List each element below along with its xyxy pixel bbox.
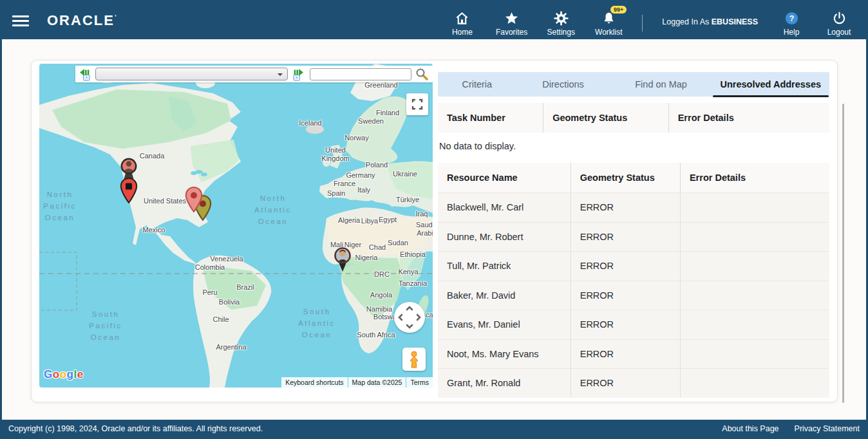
error-details-cell — [681, 223, 829, 252]
nav-favorites[interactable]: Favorites — [496, 5, 527, 37]
column-header: Geometry Status — [543, 103, 669, 133]
tab-criteria[interactable]: Criteria — [438, 72, 516, 97]
nav-label: Help — [784, 28, 800, 37]
empty-message: No data to display. — [438, 133, 829, 159]
nav-worklist[interactable]: Worklist99+ — [594, 5, 623, 37]
map-card: GreenlandCanadaUnited StatesMexicoVenezu… — [31, 60, 838, 402]
content-area: GreenlandCanadaUnited StatesMexicoVenezu… — [2, 39, 866, 420]
resource-name-cell: Blackwell, Mr. Carl — [438, 193, 571, 222]
map-attribution: Keyboard shortcutsMap data ©2025Terms — [281, 377, 433, 388]
top-bar: ORACLE’ HomeFavoritesSettingsWorklist99+… — [2, 2, 866, 39]
nav-label: Settings — [547, 28, 575, 37]
error-details-cell — [681, 340, 829, 369]
geometry-status-cell: ERROR — [571, 193, 681, 222]
resource-name-cell: Noot, Ms. Mary Evans — [438, 340, 571, 369]
svg-text:*: * — [296, 75, 297, 81]
nav-separator — [642, 15, 643, 32]
nav-label: Home — [452, 28, 473, 37]
vertical-scrollbar[interactable] — [842, 104, 844, 403]
column-header: Geometry Status — [571, 163, 681, 192]
resource-name-cell: Baker, Mr. David — [438, 281, 571, 310]
table-row: Blackwell, Mr. CarlERROR — [438, 192, 829, 222]
topbar-nav: HomeFavoritesSettingsWorklist99+ Logged … — [448, 5, 856, 37]
footer-bar: Copyright (c) 1998, 2024, Oracle and/or … — [2, 420, 866, 437]
route-select[interactable] — [95, 68, 288, 80]
resource-name-cell: Dunne, Mr. Robert — [438, 223, 571, 252]
gear-icon — [554, 10, 569, 26]
nav-home[interactable]: Home — [448, 5, 476, 37]
attribution-link[interactable]: Terms — [406, 377, 433, 388]
home-icon — [455, 10, 469, 26]
geometry-status-cell: ERROR — [571, 252, 681, 281]
error-details-cell — [681, 193, 829, 222]
logged-in-as: Logged In As EBUSINESS — [662, 17, 758, 26]
geometry-status-cell: ERROR — [571, 340, 681, 369]
table-row: Noot, Ms. Mary EvansERROR — [438, 339, 829, 369]
right-panel: CriteriaDirectionsFind on MapUnresolved … — [438, 64, 829, 398]
resource-name-cell: Tull, Mr. Patrick — [438, 252, 571, 281]
fullscreen-button[interactable] — [406, 93, 428, 115]
nav-label: Logout — [827, 28, 851, 37]
table-row: Baker, Mr. DavidERROR — [438, 281, 829, 310]
oracle-logo: ORACLE’ — [47, 12, 118, 29]
column-header: Task Number — [438, 103, 543, 133]
error-details-cell — [681, 252, 829, 281]
search-icon[interactable] — [415, 68, 428, 80]
route-previous-icon[interactable]: * — [79, 67, 91, 81]
google-logo[interactable]: Google — [44, 368, 84, 381]
pin-light-red-marker[interactable] — [185, 187, 203, 215]
svg-text:?: ? — [789, 14, 794, 23]
tab-find-on-map[interactable]: Find on Map — [610, 72, 712, 97]
tab-directions[interactable]: Directions — [516, 72, 610, 97]
map-canvas[interactable]: GreenlandCanadaUnited StatesMexicoVenezu… — [39, 64, 433, 388]
error-details-cell — [681, 281, 829, 310]
footer-links: About this PagePrivacy Statement — [722, 424, 860, 433]
map-search-input[interactable] — [310, 68, 411, 80]
footer-link[interactable]: Privacy Statement — [795, 424, 860, 433]
nav-logout[interactable]: Logout — [825, 5, 853, 37]
map-toolbar: * * — [75, 66, 433, 82]
tasks-table-header: Task NumberGeometry StatusError Details — [438, 103, 829, 133]
resource-avatar-dark-marker[interactable] — [334, 247, 352, 275]
error-details-cell — [681, 369, 829, 398]
nav-label: Worklist — [595, 28, 622, 37]
attribution-link[interactable]: Map data ©2025 — [348, 377, 406, 388]
attribution-link[interactable]: Keyboard shortcuts — [281, 377, 347, 388]
geometry-status-cell: ERROR — [571, 310, 681, 339]
menu-icon[interactable] — [12, 15, 29, 26]
worklist-badge: 99+ — [610, 6, 627, 14]
table-row: Dunne, Mr. RobertERROR — [438, 222, 829, 252]
column-header: Resource Name — [438, 163, 571, 192]
geometry-status-cell: ERROR — [571, 369, 681, 398]
map-land — [39, 64, 433, 388]
star-icon — [504, 10, 519, 26]
column-header: Error Details — [681, 163, 829, 192]
panel-tabs: CriteriaDirectionsFind on MapUnresolved … — [438, 72, 829, 97]
geometry-status-cell: ERROR — [571, 281, 681, 310]
table-row: Tull, Mr. PatrickERROR — [438, 251, 829, 281]
nav-label: Favorites — [496, 28, 527, 37]
logged-in-user: EBUSINESS — [712, 17, 758, 26]
topbar-nav-right: ?HelpLogout — [777, 5, 853, 37]
resources-table-body: Blackwell, Mr. CarlERRORDunne, Mr. Rober… — [438, 192, 829, 398]
page: ORACLE’ HomeFavoritesSettingsWorklist99+… — [0, 0, 868, 439]
footer-link[interactable]: About this Page — [722, 424, 778, 433]
nav-settings[interactable]: Settings — [547, 5, 575, 37]
column-header: Error Details — [669, 103, 829, 133]
route-next-icon[interactable]: * — [292, 67, 305, 81]
pegman-icon[interactable] — [402, 348, 426, 371]
svg-text:*: * — [86, 75, 88, 81]
power-icon — [832, 10, 847, 26]
geometry-status-cell: ERROR — [571, 223, 681, 252]
tab-unresolved-addresses[interactable]: Unresolved Addresses — [712, 72, 829, 97]
table-row: Grant, Mr. RonaldERROR — [438, 368, 829, 398]
resource-name-cell: Evans, Mr. Daniel — [438, 310, 571, 339]
resource-name-cell: Grant, Mr. Ronald — [438, 369, 571, 398]
table-row: Evans, Mr. DanielERROR — [438, 310, 829, 339]
topbar-nav-left: HomeFavoritesSettingsWorklist99+ — [448, 5, 623, 37]
pin-black-square-marker[interactable] — [120, 178, 138, 206]
pan-control[interactable] — [394, 302, 425, 333]
help-icon: ? — [784, 10, 799, 26]
copyright-text: Copyright (c) 1998, 2024, Oracle and/or … — [8, 424, 263, 433]
nav-help[interactable]: ?Help — [777, 5, 806, 37]
